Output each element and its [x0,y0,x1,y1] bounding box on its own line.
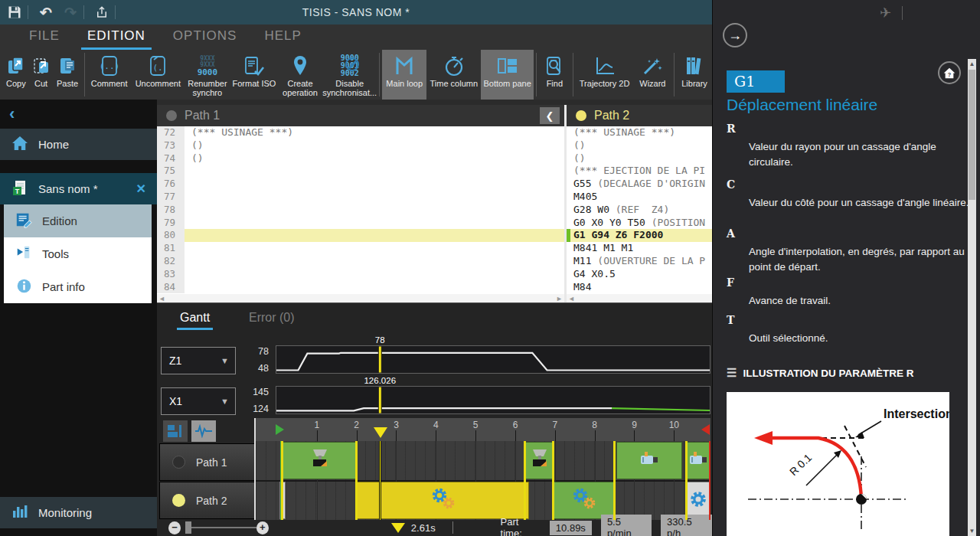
sidebar-item-tools[interactable]: Tools [4,237,152,270]
zoom-slider-handle[interactable] [185,521,191,534]
z1-ytick-min: 48 [247,363,269,374]
disable-synchronisation-button[interactable]: 900090019002 Disable synchronisat... [322,50,377,100]
code-line[interactable]: 72(*** USINAGE ***) [157,126,564,139]
close-icon[interactable]: ✕ [136,181,146,196]
sidebar-item-home[interactable]: Home [0,129,157,160]
code-line[interactable]: 82 [157,255,564,268]
code-line[interactable]: 80 [157,229,564,242]
code-line[interactable]: 81 [157,242,564,255]
gantt-block-path1[interactable] [687,442,710,479]
gantt-block-path2[interactable] [687,482,710,519]
code-line[interactable]: M11 (OUVERTURE DE LA P [567,255,712,268]
sidebar-item-edition[interactable]: Edition [4,204,152,237]
collapse-panel-button[interactable]: → [723,23,747,47]
cut-button[interactable]: Cut [29,50,54,100]
axis-select-z1[interactable]: Z1 ▼ [161,347,236,374]
zoom-in-button[interactable]: + [256,521,269,534]
gantt-block-path1[interactable] [525,442,553,479]
scroll-left-icon[interactable]: ◄ [568,295,575,302]
code-line[interactable]: G1 G94 Z6 F2000 [567,229,712,242]
zoom-slider-track[interactable] [191,527,256,528]
svg-text:T: T [15,188,20,195]
code-line[interactable]: M841 M1 M1 [567,242,712,255]
library-button[interactable]: Library [677,50,712,100]
format-iso-button[interactable]: Format ISO [230,50,278,100]
chart-cursor[interactable] [378,387,381,413]
code-line[interactable]: 75 [157,165,564,178]
menu-edition[interactable]: EDITION [74,25,159,50]
path1-hscrollbar[interactable]: ◄► [157,294,564,302]
gantt-block-path1[interactable] [282,442,356,479]
code-line[interactable]: () [567,152,712,165]
main-loop-button[interactable]: Main loop [382,50,426,100]
code-line[interactable]: () [567,139,712,152]
trajectory-2d-button[interactable]: Trajectory 2D [576,50,634,100]
gantt-view-toggle[interactable] [163,420,188,442]
home-icon [11,136,29,153]
illustration-figure: Intersection R 0.1 [727,392,949,536]
scroll-up-icon[interactable]: ▲ [968,60,976,67]
scrollbar-thumb[interactable] [969,70,975,200]
menu-help[interactable]: HELP [250,25,315,50]
menu-file[interactable]: FILE [15,25,74,50]
code-line[interactable]: G4 X0.5 [567,268,712,281]
code-line[interactable]: 74() [157,152,564,165]
menu-options[interactable]: OPTIONS [159,25,251,50]
timeline-cursor-marker[interactable] [374,427,387,438]
gantt-tracks[interactable] [256,441,710,520]
code-line[interactable]: M405 [567,191,712,204]
code-line[interactable]: 76 [157,178,564,191]
code-line[interactable]: 84 [157,281,564,294]
sidebar-collapse-icon[interactable]: ‹ [0,100,157,124]
uncomment-button[interactable]: (. Uncomment [132,50,185,100]
copy-button[interactable]: Copy [3,50,29,100]
wizard-button[interactable]: Wizard [634,50,672,100]
scroll-right-icon[interactable]: ► [556,295,563,302]
scroll-left-icon[interactable]: ◄ [158,295,165,302]
zoom-out-button[interactable]: − [168,521,181,534]
sidebar-document-tab[interactable]: T Sans nom * ✕ [0,173,157,204]
time-column-button[interactable]: Time column [426,50,481,100]
find-button[interactable]: Find [539,50,570,100]
help-panel-scrollbar[interactable]: ▲ ▼ [968,59,976,536]
x1-ytick-max: 145 [247,387,269,397]
code-line[interactable]: 79 [157,217,564,230]
code-line[interactable]: 73() [157,139,564,152]
code-line[interactable]: M84 [567,281,712,294]
code-line[interactable]: G0 X0 Y0 T50 (POSITION [567,217,712,230]
code-line[interactable]: G28 W0 (REF Z4) [567,204,712,217]
path1-collapse-icon[interactable]: ❮ [540,107,560,124]
gantt-cursor-line[interactable] [379,441,381,520]
gantt-block-path2[interactable] [357,482,530,519]
tab-error[interactable]: Error (0) [249,311,295,325]
gantt-block-path2[interactable] [553,482,614,519]
renumber-synchro-button[interactable]: 9XXX9XXX9000 Renumber synchro [185,50,230,100]
gantt-ruler[interactable]: 12345678910 [256,418,710,441]
code-line[interactable]: 83 [157,268,564,281]
axis-select-x1[interactable]: X1 ▼ [161,387,236,415]
code-line[interactable]: 78 [157,204,564,217]
help-home-button[interactable]: ? [938,61,961,84]
code-line[interactable]: (*** USINAGE ***) [567,126,712,139]
path2-code[interactable]: (*** USINAGE ***)()()(*** EJECTION DE LA… [567,126,712,294]
scroll-down-icon[interactable]: ▼ [968,528,976,534]
sidebar-item-part-info[interactable]: Part info [4,270,152,303]
create-operation-button[interactable]: Create operation [278,50,322,100]
waveform-view-toggle[interactable] [191,420,216,442]
code-line[interactable]: G55 (DECALAGE D'ORIGIN [567,178,712,191]
path1-code[interactable]: 72(*** USINAGE ***)73()74()7576777879808… [157,126,564,294]
path2-hscrollbar[interactable]: ◄ [567,294,712,302]
cursor-time-icon [391,523,405,533]
code-line[interactable]: (*** EJECTION DE LA PI [567,165,712,178]
paste-button[interactable]: Paste [53,50,81,100]
comment-button[interactable]: (..) Comment [87,50,131,100]
tab-gantt[interactable]: Gantt [180,311,210,325]
create-operation-label: Create operation [278,79,322,97]
code-line[interactable]: 77 [157,191,564,204]
chart-cursor[interactable] [378,346,381,373]
bottom-pane-button[interactable]: Bottom pane [481,50,534,100]
gantt-status-bar: − + 2.61s Part time: 10.89s 5.5 p/min 33… [157,519,712,536]
sync-line [613,441,616,520]
sidebar-item-monitoring[interactable]: Monitoring [0,497,157,528]
gantt-block-path1[interactable] [616,442,682,479]
